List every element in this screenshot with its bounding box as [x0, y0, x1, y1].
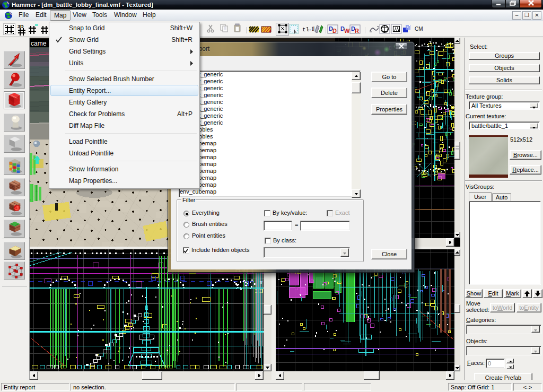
- svg-text:↔tl: ↔tl: [306, 26, 314, 32]
- svg-text:R: R: [355, 28, 359, 34]
- svg-text:D: D: [332, 28, 337, 34]
- svg-text:W: W: [344, 28, 350, 34]
- svg-text:came: came: [31, 40, 47, 47]
- svg-text:CM: CM: [415, 26, 423, 32]
